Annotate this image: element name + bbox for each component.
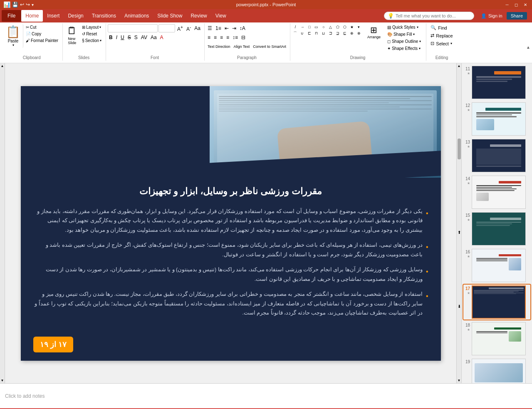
- font-color-button[interactable]: A: [159, 33, 165, 42]
- scroll-down-icon[interactable]: ▼: [1, 379, 4, 382]
- scroll-nav-down[interactable]: ⬇: [458, 304, 461, 309]
- shape-star[interactable]: ★: [349, 24, 355, 30]
- paste-arrow[interactable]: ▾: [12, 43, 14, 47]
- redo-icon[interactable]: ↪: [26, 2, 30, 7]
- italic-button[interactable]: I: [115, 33, 119, 42]
- customize-icon[interactable]: ▾: [32, 2, 34, 7]
- scroll-thumb[interactable]: [458, 139, 461, 159]
- shape-7[interactable]: ⊐: [327, 30, 334, 36]
- shape-fill-button[interactable]: 🎨 Shape Fill ▾: [385, 31, 423, 37]
- menu-slideshow[interactable]: Slide Show: [153, 10, 186, 22]
- find-button[interactable]: 🔍 Find: [428, 24, 455, 31]
- line-spacing-button[interactable]: ↕≡: [231, 33, 239, 42]
- menu-insert[interactable]: Insert: [43, 10, 64, 22]
- shadow-button[interactable]: S: [133, 33, 139, 42]
- thumb-16[interactable]: 16 ★: [463, 248, 530, 283]
- notes-area[interactable]: Click to add notes: [0, 383, 532, 408]
- shape-hex[interactable]: ⬡: [341, 24, 348, 30]
- shape-10[interactable]: ⊕: [349, 30, 355, 36]
- clear-format-button[interactable]: Aa: [193, 24, 202, 32]
- shape-5[interactable]: ⊓: [313, 30, 320, 36]
- shape-more[interactable]: ▾: [356, 24, 362, 30]
- bold-button[interactable]: B: [108, 33, 114, 42]
- close-btn[interactable]: ✕: [522, 2, 529, 7]
- menu-transitions[interactable]: Transitions: [88, 10, 120, 22]
- window-controls[interactable]: ─ ◻ ✕: [504, 2, 529, 7]
- thumb-15[interactable]: 15 ★: [463, 211, 530, 246]
- shape-pentagon[interactable]: ⬠: [334, 24, 341, 30]
- menu-home[interactable]: Home: [21, 10, 43, 22]
- shape-triangle[interactable]: △: [327, 24, 334, 30]
- bullet-list-button[interactable]: ☰: [206, 24, 213, 32]
- columns-button[interactable]: ⊟: [240, 33, 247, 42]
- format-painter-button[interactable]: 🖌 Format Painter: [24, 37, 60, 44]
- select-button[interactable]: ⊡ Select ▾: [428, 40, 455, 47]
- layout-button[interactable]: ⊞ Layout ▾: [80, 24, 103, 30]
- reset-button[interactable]: ↺ Reset: [80, 31, 103, 37]
- font-size-input[interactable]: [158, 24, 175, 32]
- scroll-top-btn[interactable]: ▲: [458, 64, 461, 68]
- quick-access-toolbar[interactable]: 📊 💾 ↩ ↪ ▾: [3, 1, 34, 8]
- font-case-button[interactable]: Aa: [149, 33, 158, 42]
- quick-styles-button[interactable]: ▤ Quick Styles ▾: [385, 24, 423, 30]
- justify-button[interactable]: ≡: [225, 33, 230, 42]
- shape-rect[interactable]: □: [306, 24, 313, 30]
- shape-9[interactable]: ⊑: [341, 30, 348, 36]
- copy-button[interactable]: 📄 Copy: [24, 31, 60, 37]
- menu-design[interactable]: Design: [64, 10, 87, 22]
- thumb-18[interactable]: 18 ★: [463, 321, 530, 356]
- menu-view[interactable]: View: [211, 10, 230, 22]
- new-slide-button[interactable]: 🗒 NewSlide: [64, 24, 79, 46]
- cut-button[interactable]: ✂ Cut: [24, 24, 60, 30]
- thumb-19[interactable]: 19 ★: [463, 358, 530, 383]
- scroll-nav-up[interactable]: ⬆: [458, 230, 461, 235]
- menu-file[interactable]: File: [2, 10, 21, 22]
- shape-oval[interactable]: ○: [320, 24, 327, 30]
- restore-btn[interactable]: ◻: [513, 2, 520, 7]
- strikethrough-button[interactable]: S: [126, 33, 132, 42]
- thumb-13[interactable]: 13 ★: [463, 138, 530, 173]
- shape-effects-button[interactable]: ✦ Shape Effects ▾: [385, 45, 423, 52]
- shape-arrow[interactable]: →: [299, 24, 306, 30]
- shape-4[interactable]: ⊏: [306, 30, 313, 36]
- shape-8[interactable]: ⊒: [334, 30, 341, 36]
- shape-outline-button[interactable]: ◻ Shape Outline ▾: [385, 38, 423, 45]
- convert-smartart-button[interactable]: Convert to SmartArt: [252, 42, 287, 51]
- menu-review[interactable]: Review: [186, 10, 211, 22]
- thumb-12[interactable]: 12 ★: [463, 102, 530, 136]
- font-name-input[interactable]: [108, 24, 158, 32]
- section-button[interactable]: § Section ▾: [80, 37, 103, 44]
- main-scrollbar[interactable]: ▲ ⬆ ⬇ ▼: [456, 63, 461, 383]
- thumb-11[interactable]: 11 ★: [463, 65, 530, 100]
- save-icon[interactable]: 💾: [12, 2, 18, 7]
- shape-11[interactable]: ⊗: [356, 30, 362, 36]
- replace-button[interactable]: ⇄ Replace: [428, 32, 455, 39]
- signin-btn[interactable]: 👤 Sign in: [478, 12, 505, 20]
- paste-button[interactable]: 📋 Paste ▾: [3, 24, 23, 48]
- undo-icon[interactable]: ↩: [20, 2, 24, 7]
- thumb-17[interactable]: 17 ★: [463, 285, 530, 320]
- share-btn[interactable]: Share: [507, 12, 527, 20]
- align-center-button[interactable]: ≡: [213, 33, 218, 42]
- decrease-indent-button[interactable]: ⇤: [223, 24, 230, 32]
- shape-3[interactable]: ∪: [299, 30, 306, 36]
- underline-button[interactable]: U: [119, 33, 126, 42]
- text-direction-button[interactable]: ↕A: [238, 24, 247, 32]
- scroll-bottom-btn[interactable]: ▼: [458, 379, 461, 382]
- grow-font-button[interactable]: A+: [176, 24, 184, 32]
- number-list-button[interactable]: 1≡: [214, 24, 223, 32]
- shape-2[interactable]: ⌒: [292, 30, 299, 36]
- increase-indent-button[interactable]: ⇥: [231, 24, 238, 32]
- thumb-14[interactable]: 14 ★: [463, 175, 530, 210]
- text-direction2-button[interactable]: Text Direction: [206, 42, 232, 51]
- arrange-button[interactable]: ⊞ Arrange: [365, 24, 383, 40]
- minimize-btn[interactable]: ─: [504, 2, 510, 7]
- tell-me-input[interactable]: [396, 13, 470, 18]
- shape-line[interactable]: /: [292, 24, 299, 30]
- shape-6[interactable]: ⊔: [320, 30, 327, 36]
- shape-rounded-rect[interactable]: ▭: [313, 24, 320, 30]
- align-text-button[interactable]: Align Text: [233, 42, 251, 51]
- align-left-button[interactable]: ≡: [206, 33, 212, 42]
- scroll-up-icon[interactable]: ▲: [1, 64, 4, 68]
- menu-animations[interactable]: Animations: [120, 10, 153, 22]
